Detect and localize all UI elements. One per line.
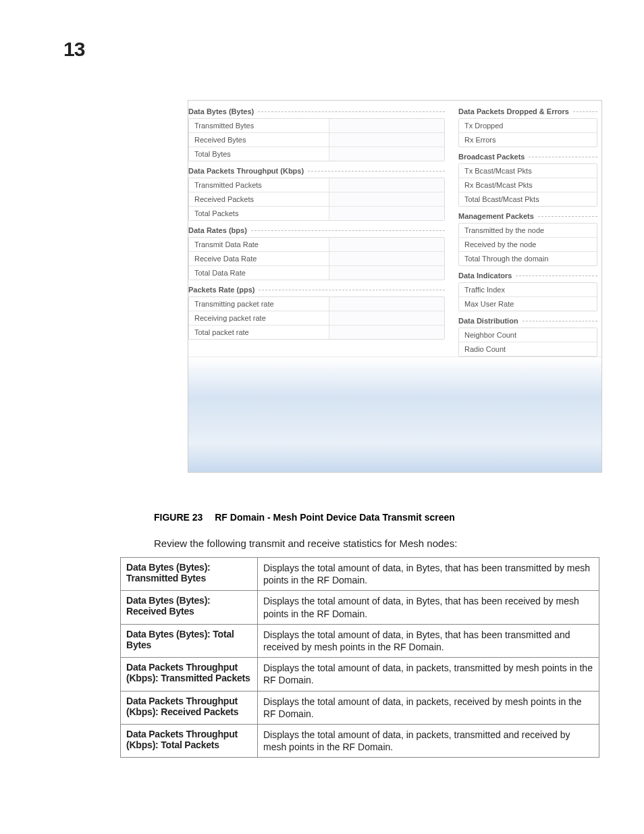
section-title: Data Packets Throughput (Kbps) — [188, 167, 304, 175]
stat-row: Receiving packet rate — [189, 311, 444, 325]
stat-row: Transmit Data Rate — [189, 238, 444, 251]
section-title: Data Indicators — [458, 271, 512, 280]
stat-grid: Transmitted BytesReceived BytesTotal Byt… — [188, 118, 445, 161]
dash-line — [251, 230, 445, 231]
stat-grid: Tx Bcast/Mcast PktsRx Bcast/Mcast PktsTo… — [458, 163, 597, 207]
definition-desc: Displays the total amount of data, in By… — [258, 558, 599, 591]
stat-label: Rx Bcast/Mcast Pkts — [459, 178, 597, 192]
stat-grid: Neighbor CountRadio Count — [458, 328, 597, 357]
dash-line — [538, 216, 597, 217]
stat-value — [329, 192, 444, 206]
section-header: Data Rates (bps) — [188, 226, 445, 234]
stat-label: Receive Data Rate — [189, 252, 329, 265]
section-title: Data Bytes (Bytes) — [188, 107, 254, 115]
section-title: Data Packets Dropped & Errors — [458, 107, 569, 115]
stat-row: Transmitted Bytes — [189, 119, 444, 132]
section-title: Broadcast Packets — [458, 153, 525, 161]
definition-term: Data Packets Throughput (Kbps): Transmit… — [121, 658, 258, 691]
stat-row: Transmitting packet rate — [189, 297, 444, 311]
table-row: Data Packets Throughput (Kbps): Transmit… — [121, 658, 599, 691]
stat-row: Rx Errors — [459, 132, 597, 147]
section-header: Broadcast Packets — [458, 153, 597, 161]
figure-title: RF Domain - Mesh Point Device Data Trans… — [215, 512, 455, 523]
stat-value — [329, 178, 444, 192]
definition-desc: Displays the total amount of data, in By… — [258, 624, 599, 657]
stat-grid: Transmitted PacketsReceived PacketsTotal… — [188, 178, 445, 221]
table-row: Data Bytes (Bytes): Transmitted BytesDis… — [121, 558, 599, 591]
dash-line — [529, 157, 597, 157]
stat-row: Transmitted by the node — [459, 224, 597, 237]
stat-value — [329, 266, 444, 280]
stat-row: Tx Dropped — [459, 119, 597, 132]
stat-label: Total Data Rate — [189, 266, 329, 280]
stat-row: Total Bytes — [189, 147, 444, 161]
table-row: Data Packets Throughput (Kbps): Received… — [121, 691, 599, 724]
stat-label: Transmitted Bytes — [189, 119, 329, 132]
stat-row: Received by the node — [459, 237, 597, 251]
stat-label: Tx Bcast/Mcast Pkts — [459, 164, 597, 178]
stat-row: Traffic Index — [459, 283, 597, 296]
stat-row: Total Packets — [189, 206, 444, 220]
stat-label: Total Bcast/Mcast Pkts — [459, 192, 597, 206]
section-header: Data Bytes (Bytes) — [188, 107, 445, 115]
definitions-table: Data Bytes (Bytes): Transmitted BytesDis… — [120, 557, 599, 758]
definition-term: Data Packets Throughput (Kbps): Received… — [121, 691, 258, 724]
stat-label: Radio Count — [459, 342, 597, 356]
section-header: Data Packets Throughput (Kbps) — [188, 167, 445, 175]
section-header: Packets Rate (pps) — [188, 286, 445, 294]
stat-label: Traffic Index — [459, 283, 597, 296]
stat-label: Transmitted Packets — [189, 178, 329, 192]
gradient-footer — [188, 357, 601, 472]
stat-row: Neighbor Count — [459, 328, 597, 342]
table-row: Data Packets Throughput (Kbps): Total Pa… — [121, 724, 599, 757]
figure-label: FIGURE 23 — [154, 512, 203, 523]
stat-value — [329, 147, 444, 161]
stat-label: Total packet rate — [189, 325, 329, 339]
stat-grid: Traffic IndexMax User Rate — [458, 282, 597, 311]
stat-row: Radio Count — [459, 342, 597, 356]
stat-value — [329, 311, 444, 325]
section-title: Data Distribution — [458, 317, 518, 325]
stat-value — [329, 325, 444, 339]
section-header: Management Packets — [458, 212, 597, 220]
stat-label: Total Packets — [189, 207, 329, 220]
stat-value — [329, 133, 444, 147]
stat-row: Max User Rate — [459, 296, 597, 311]
section-header: Data Packets Dropped & Errors — [458, 107, 597, 115]
page-number: 13 — [63, 38, 84, 61]
stat-grid: Transmitted by the nodeReceived by the n… — [458, 223, 597, 266]
stat-row: Total Bcast/Mcast Pkts — [459, 192, 597, 206]
stat-row: Total Data Rate — [189, 265, 444, 280]
stat-row: Total Through the domain — [459, 251, 597, 265]
stat-row: Total packet rate — [189, 325, 444, 339]
table-row: Data Bytes (Bytes): Total BytesDisplays … — [121, 624, 599, 657]
stat-label: Received Packets — [189, 192, 329, 206]
definition-term: Data Packets Throughput (Kbps): Total Pa… — [121, 724, 258, 757]
dash-line — [516, 276, 597, 276]
stat-value — [329, 119, 444, 132]
stat-row: Received Bytes — [189, 132, 444, 147]
stat-label: Received Bytes — [189, 133, 329, 147]
section-header: Data Indicators — [458, 271, 597, 280]
definition-term: Data Bytes (Bytes): Received Bytes — [121, 591, 258, 624]
section-title: Packets Rate (pps) — [188, 286, 254, 294]
section-title: Management Packets — [458, 212, 534, 220]
stat-label: Received by the node — [459, 238, 597, 251]
stat-label: Max User Rate — [459, 297, 597, 311]
stat-row: Receive Data Rate — [189, 251, 444, 265]
stat-grid: Transmit Data RateReceive Data RateTotal… — [188, 237, 445, 280]
stat-value — [329, 207, 444, 220]
section-header: Data Distribution — [458, 317, 597, 325]
definition-desc: Displays the total amount of data, in pa… — [258, 724, 599, 757]
stat-label: Total Through the domain — [459, 252, 597, 265]
stat-row: Rx Bcast/Mcast Pkts — [459, 178, 597, 192]
figure-screenshot: Data Bytes (Bytes)Transmitted BytesRecei… — [188, 100, 602, 473]
dash-line — [522, 321, 597, 321]
dash-line — [259, 290, 445, 290]
stat-row: Tx Bcast/Mcast Pkts — [459, 164, 597, 178]
definition-desc: Displays the total amount of data, in pa… — [258, 658, 599, 691]
stat-row: Transmitted Packets — [189, 178, 444, 192]
definition-term: Data Bytes (Bytes): Transmitted Bytes — [121, 558, 258, 591]
definition-desc: Displays the total amount of data, in pa… — [258, 691, 599, 724]
stat-value — [329, 252, 444, 265]
